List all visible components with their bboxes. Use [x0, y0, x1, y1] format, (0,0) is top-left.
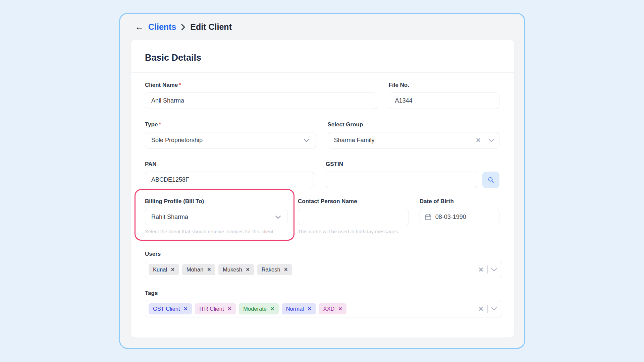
- chip-remove-icon[interactable]: ✕: [338, 306, 342, 311]
- calendar-icon: [425, 214, 432, 221]
- client-name-field: Client Name*: [145, 82, 377, 109]
- chip-mohan: Mohan✕: [182, 264, 215, 275]
- chip-label: ITR Client: [199, 306, 224, 312]
- billing-profile-highlight-box: Billing Profile (Bill To) Rahit Sharma S…: [135, 189, 294, 241]
- chip-xxd: XXD✕: [319, 303, 347, 314]
- select-group-label: Select Group: [328, 121, 499, 128]
- chip-label: Kunal: [153, 266, 167, 273]
- row-billing-contact-dob: Billing Profile (Bill To) Rahit Sharma S…: [145, 198, 499, 241]
- chip-rakesh: Rakesh✕: [257, 264, 292, 275]
- clear-icon[interactable]: ✕: [478, 306, 487, 312]
- basic-details-card: Basic Details Client Name* File No. Type…: [131, 40, 514, 338]
- group-select[interactable]: Sharma Family ✕: [328, 132, 499, 148]
- tags-field: Tags GST Client✕ITR Client✕Moderate✕Norm…: [145, 290, 499, 317]
- pan-input[interactable]: [145, 172, 314, 188]
- tags-label: Tags: [145, 290, 499, 297]
- gstin-search-button[interactable]: [482, 172, 499, 188]
- client-name-input[interactable]: [145, 93, 377, 109]
- chip-label: Normal: [286, 306, 304, 312]
- gstin-label: GSTIN: [326, 161, 477, 168]
- billing-profile-value: Rahit Sharma: [151, 214, 188, 221]
- chip-label: XXD: [323, 306, 335, 312]
- chip-label: Mukesh: [223, 266, 242, 273]
- section-title: Basic Details: [145, 53, 500, 63]
- billing-profile-select[interactable]: Rahit Sharma: [145, 209, 287, 225]
- chevron-down-icon: [275, 215, 281, 219]
- users-controls: ✕: [478, 265, 497, 274]
- group-select-controls: ✕: [476, 136, 494, 144]
- pan-label: PAN: [145, 161, 314, 168]
- users-multiselect[interactable]: Kunal✕Mohan✕Mukesh✕Rakesh✕ ✕: [145, 261, 502, 278]
- chip-remove-icon[interactable]: ✕: [227, 306, 231, 311]
- chip-label: Moderate: [243, 306, 267, 312]
- chip-remove-icon[interactable]: ✕: [284, 267, 288, 272]
- date-of-birth-label: Date of Birth: [420, 198, 499, 205]
- chip-kunal: Kunal✕: [149, 264, 179, 275]
- billing-profile-helper: Select the client that should receive in…: [145, 229, 286, 234]
- chip-remove-icon[interactable]: ✕: [183, 306, 187, 311]
- chip-gst-client: GST Client✕: [149, 303, 192, 314]
- contact-person-helper: This name will be used in birthday messa…: [298, 229, 409, 234]
- chip-normal: Normal✕: [282, 303, 316, 314]
- page-title: Edit Client: [190, 22, 232, 32]
- chevron-down-icon[interactable]: [488, 307, 497, 311]
- row-type-group: Type* Sole Proprietorship Select Group S…: [145, 121, 499, 148]
- gstin-field: GSTIN: [326, 161, 499, 188]
- clear-icon[interactable]: ✕: [478, 266, 487, 273]
- back-arrow-icon[interactable]: ←: [135, 22, 144, 32]
- required-asterisk: *: [179, 82, 181, 88]
- type-field: Type* Sole Proprietorship: [145, 121, 316, 148]
- type-select-value: Sole Proprietorship: [151, 137, 203, 144]
- client-name-label: Client Name*: [145, 82, 377, 88]
- card-header: Basic Details: [131, 40, 514, 73]
- chip-mukesh: Mukesh✕: [218, 264, 254, 275]
- chip-remove-icon[interactable]: ✕: [171, 267, 175, 272]
- date-of-birth-input[interactable]: 08-03-1990: [420, 209, 499, 225]
- tags-multiselect[interactable]: GST Client✕ITR Client✕Moderate✕Normal✕XX…: [145, 300, 502, 317]
- contact-person-field: Contact Person Name This name will be us…: [298, 198, 409, 234]
- chip-label: Rakesh: [262, 266, 280, 273]
- group-select-value: Sharma Family: [334, 137, 375, 144]
- chip-itr-client: ITR Client✕: [195, 303, 236, 314]
- gstin-input[interactable]: [326, 172, 477, 188]
- search-icon: [488, 177, 494, 183]
- chip-label: Mohan: [186, 266, 203, 273]
- row-pan-gstin: PAN GSTIN: [145, 161, 499, 188]
- chip-remove-icon[interactable]: ✕: [246, 267, 250, 272]
- row-client-file: Client Name* File No.: [145, 82, 499, 109]
- chip-moderate: Moderate✕: [239, 303, 278, 314]
- chip-remove-icon[interactable]: ✕: [308, 306, 312, 311]
- chevron-down-icon[interactable]: [485, 138, 494, 142]
- file-no-label: File No.: [389, 82, 499, 88]
- required-asterisk: *: [159, 121, 161, 128]
- chevron-right-icon: [180, 23, 186, 31]
- type-select[interactable]: Sole Proprietorship: [145, 132, 316, 148]
- file-no-field: File No.: [389, 82, 499, 109]
- breadcrumb-clients-link[interactable]: Clients: [148, 22, 176, 32]
- edit-client-panel: ← Clients Edit Client Basic Details Clie…: [119, 13, 525, 349]
- tags-controls: ✕: [478, 305, 497, 313]
- file-no-input[interactable]: [389, 93, 499, 109]
- chevron-down-icon[interactable]: [488, 268, 497, 272]
- breadcrumb: ← Clients Edit Client: [120, 14, 524, 38]
- select-group-field: Select Group Sharma Family ✕: [328, 121, 499, 148]
- chip-remove-icon[interactable]: ✕: [270, 306, 274, 311]
- contact-person-input[interactable]: [298, 209, 409, 225]
- pan-field: PAN: [145, 161, 314, 188]
- date-of-birth-field: Date of Birth 08-03-1990: [420, 198, 499, 225]
- type-label: Type*: [145, 121, 316, 128]
- users-field: Users Kunal✕Mohan✕Mukesh✕Rakesh✕ ✕: [145, 251, 499, 278]
- chevron-down-icon: [304, 138, 310, 142]
- chip-remove-icon[interactable]: ✕: [207, 267, 211, 272]
- contact-person-label: Contact Person Name: [298, 198, 409, 205]
- billing-profile-label: Billing Profile (Bill To): [145, 198, 286, 205]
- clear-icon[interactable]: ✕: [476, 137, 485, 143]
- card-body: Client Name* File No. Type* Sole Proprie…: [131, 73, 514, 317]
- chip-label: GST Client: [153, 306, 180, 312]
- date-of-birth-value: 08-03-1990: [435, 214, 466, 221]
- users-label: Users: [145, 251, 499, 257]
